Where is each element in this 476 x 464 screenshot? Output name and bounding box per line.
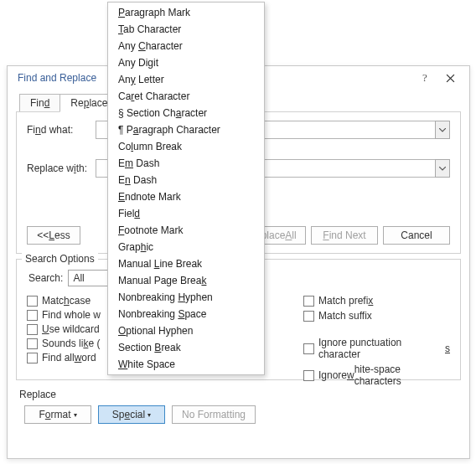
search-label: Search: [28, 272, 63, 284]
arrow-down-icon: ▾ [147, 411, 151, 419]
checkbox-box [303, 311, 314, 322]
special-menu-item[interactable]: Optional Hyphen [108, 322, 264, 339]
chevron-down-icon [439, 167, 446, 171]
special-menu-item[interactable]: En Dash [108, 172, 264, 188]
arrow-down-icon: ▾ [74, 411, 77, 419]
ignore-punctuation-checkbox[interactable]: Ignore punctuation characters [303, 337, 450, 360]
special-menu-item[interactable]: Nonbreaking Hyphen [108, 289, 264, 306]
checkbox-box [27, 310, 38, 321]
bottom-button-row: Format▾ Special▾ No Formatting [19, 405, 461, 424]
special-menu-item[interactable]: Column Break [108, 138, 264, 155]
special-menu-item[interactable]: Caret Character [108, 88, 264, 105]
checkbox-box [303, 296, 314, 307]
checkbox-box [27, 296, 38, 307]
chevron-down-icon [439, 128, 446, 132]
no-formatting-button[interactable]: No Formatting [172, 405, 256, 424]
tab-find[interactable]: Find [19, 94, 60, 112]
checkbox-box [27, 353, 38, 363]
checkbox-box [27, 324, 38, 335]
special-menu-item[interactable]: Section Break [108, 339, 264, 356]
special-menu-item[interactable]: Em Dash [108, 155, 264, 172]
find-what-dropdown[interactable] [435, 121, 450, 139]
special-menu-item[interactable]: Field [108, 205, 264, 222]
special-menu-item[interactable]: Endnote Mark [108, 188, 264, 205]
special-menu-item[interactable]: ¶ Paragraph Character [108, 121, 264, 138]
replace-with-dropdown[interactable] [435, 159, 450, 178]
special-button[interactable]: Special▾ [98, 405, 165, 424]
search-options-title: Search Options [22, 253, 98, 265]
special-menu-item[interactable]: Paragraph Mark [108, 4, 264, 21]
format-button[interactable]: Format▾ [24, 405, 91, 424]
find-next-button[interactable]: Find Next [311, 226, 378, 245]
replace-section: Replace Format▾ Special▾ No Formatting [16, 389, 461, 424]
match-prefix-checkbox[interactable]: Match prefix [303, 295, 450, 307]
checkbox-box [27, 338, 38, 349]
match-suffix-checkbox[interactable]: Match suffix [303, 310, 450, 322]
less-button[interactable]: << Less [27, 226, 80, 245]
special-menu-item[interactable]: Manual Line Break [108, 255, 264, 272]
checkbox-box [303, 370, 314, 381]
special-menu-item[interactable]: Any Character [108, 38, 264, 54]
special-menu-item[interactable]: Footnote Mark [108, 222, 264, 239]
find-what-label: Find what: [27, 124, 96, 136]
special-menu-item[interactable]: Tab Character [108, 21, 264, 38]
cancel-button[interactable]: Cancel [383, 226, 450, 245]
checkbox-box [303, 343, 314, 354]
special-menu-item[interactable]: Graphic [108, 239, 264, 255]
replace-with-label: Replace with: [27, 162, 96, 174]
special-menu-item[interactable]: Nonbreaking Space [108, 306, 264, 322]
search-direction-value: All [69, 272, 109, 284]
special-menu-item[interactable]: Manual Page Break [108, 272, 264, 289]
special-menu-item[interactable]: § Section Character [108, 105, 264, 121]
close-button[interactable] [437, 69, 463, 87]
help-button[interactable]: ? [412, 69, 437, 87]
special-menu-item[interactable]: White Space [108, 356, 264, 373]
replace-section-header: Replace [19, 389, 461, 400]
special-menu-item[interactable]: Any Digit [108, 54, 264, 71]
special-menu-item[interactable]: Any Letter [108, 71, 264, 88]
ignore-whitespace-checkbox[interactable]: Ignore white-space characters [303, 363, 450, 387]
close-icon [446, 74, 455, 83]
special-menu: Paragraph MarkTab CharacterAny Character… [107, 2, 265, 375]
